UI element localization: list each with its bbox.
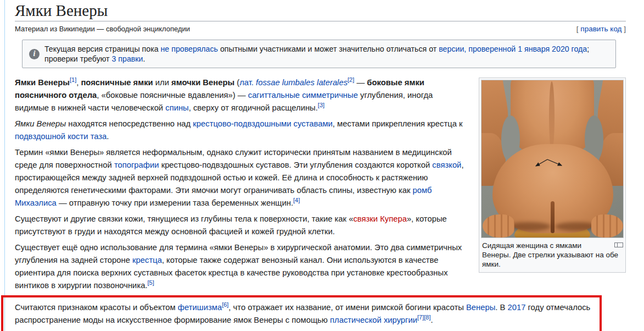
wiki-link[interactable]: [5] bbox=[148, 279, 154, 286]
magnify-icon[interactable] bbox=[614, 242, 623, 249]
unreviewed-version-banner: i Текущая версия страницы пока не провер… bbox=[22, 40, 616, 68]
footnote-ref[interactable]: [7] bbox=[417, 314, 424, 321]
bracket-text: ] bbox=[621, 25, 626, 33]
text-segment: Ямки Венеры bbox=[15, 119, 66, 128]
text-segment: , «боковые поясничные вдавления») — bbox=[97, 91, 248, 100]
content-left-border bbox=[4, 0, 5, 331]
caption-text: Сидящая женщина с ямками Венеры. Две стр… bbox=[482, 241, 618, 268]
wiki-link[interactable]: 2017 bbox=[507, 303, 525, 312]
text-segment: поясничные ямки bbox=[81, 78, 153, 87]
wiki-link[interactable]: [2] bbox=[348, 76, 354, 83]
wiki-link[interactable]: топографии bbox=[114, 161, 159, 169]
wiki-link[interactable]: подвздошной кости таза bbox=[15, 132, 107, 141]
footnote-ref[interactable]: [5] bbox=[148, 279, 154, 286]
image-caption: Сидящая женщина с ямками Венеры. Две стр… bbox=[481, 238, 624, 271]
wiki-link[interactable]: не проверялась bbox=[161, 45, 218, 53]
wiki-link[interactable]: связкой bbox=[432, 161, 461, 169]
text-segment: Ямки Венеры bbox=[15, 78, 70, 87]
wiki-link[interactable]: [4] bbox=[293, 197, 300, 203]
content-area: Ямки Венеры Материал из Википедии — своб… bbox=[15, 0, 626, 331]
thumbnail-box: Сидящая женщина с ямками Венеры. Две стр… bbox=[479, 78, 626, 273]
subtitle-row: Материал из Википедии — свободной энцикл… bbox=[15, 25, 626, 34]
footnote-ref[interactable]: [1] bbox=[70, 76, 76, 83]
text-segment: Считаются признаком красоты и объектом bbox=[15, 303, 178, 312]
text-segment: или bbox=[153, 78, 171, 87]
wiki-link[interactable]: спины bbox=[165, 103, 188, 112]
info-circle-icon: i bbox=[29, 49, 40, 59]
text-segment: крестцово-подвздошных суставов. Эти углу… bbox=[159, 161, 433, 169]
site-subtitle: Материал из Википедии — свободной энцикл… bbox=[15, 25, 190, 34]
footnote-ref[interactable]: [4] bbox=[293, 197, 300, 203]
wiki-link[interactable]: версии, проверенной 1 января 2020 года bbox=[439, 45, 587, 53]
wiki-link[interactable]: править код bbox=[580, 25, 621, 33]
dimple-arrows-annotation bbox=[481, 80, 623, 238]
article-body: Сидящая женщина с ямками Венеры. Две стр… bbox=[15, 76, 626, 331]
text-segment: . В bbox=[495, 303, 507, 312]
text-segment: . bbox=[107, 132, 109, 141]
footnote-ref[interactable]: [8] bbox=[424, 314, 430, 321]
text-segment: , что отражает их название, от имени рим… bbox=[228, 303, 466, 312]
wiki-link[interactable]: пластической хирургии bbox=[330, 316, 417, 324]
wiki-link[interactable]: крестца bbox=[132, 256, 162, 264]
text-segment: ямочки Венеры bbox=[171, 78, 234, 87]
wiki-link[interactable]: fossae lumbales laterales bbox=[256, 78, 348, 87]
text-segment: . bbox=[431, 316, 433, 324]
wiki-link[interactable]: Венеры bbox=[466, 303, 495, 312]
wiki-link[interactable]: [3] bbox=[318, 102, 324, 108]
text-segment: Существуют и другие связки кожи, тянущие… bbox=[15, 214, 353, 223]
banner-text: Текущая версия страницы пока не проверял… bbox=[44, 44, 609, 64]
wiki-link[interactable]: [1] bbox=[70, 76, 76, 83]
wiki-link[interactable]: фетишизма bbox=[178, 303, 222, 312]
text-segment: ( bbox=[234, 78, 239, 87]
text-segment: опытными участниками и может значительно… bbox=[218, 45, 439, 53]
footnote-ref[interactable]: [3] bbox=[318, 102, 324, 108]
footnote-ref[interactable]: [6] bbox=[222, 301, 228, 308]
text-segment: . bbox=[143, 54, 145, 63]
text-segment: находятся непосредственно над bbox=[66, 119, 193, 128]
footnote-ref[interactable]: [2] bbox=[348, 76, 354, 83]
wikipedia-article-page: Ямки Венеры Материал из Википедии — своб… bbox=[0, 0, 644, 331]
wiki-link[interactable]: 3 правки bbox=[112, 54, 143, 63]
wiki-link[interactable]: лат. bbox=[239, 78, 254, 87]
page-title: Ямки Венеры bbox=[15, 2, 626, 21]
text-segment: Текущая версия страницы пока bbox=[44, 45, 161, 53]
wiki-link[interactable]: [7] bbox=[417, 314, 424, 321]
text-segment: , местами прикрепления крестца к bbox=[333, 119, 463, 128]
edit-code-link[interactable]: [ править код ] bbox=[576, 25, 626, 34]
text-segment: , сверху от ягодичной расщелины. bbox=[189, 103, 318, 112]
wiki-link[interactable]: сагиттальные симметричные bbox=[248, 91, 358, 100]
wiki-link[interactable]: [8] bbox=[424, 314, 430, 321]
red-annotation-box: Считаются признаком красоты и объектом ф… bbox=[1, 295, 602, 331]
text-segment: — bbox=[354, 78, 367, 87]
text-segment: — отправную точку при измерении таза бер… bbox=[57, 198, 293, 207]
dimples-of-venus-photo[interactable] bbox=[481, 80, 624, 238]
wiki-link[interactable]: [6] bbox=[222, 301, 228, 308]
wiki-link[interactable]: крестцово-подвздошными суставами bbox=[193, 119, 333, 128]
red-link[interactable]: связки Купера bbox=[353, 214, 406, 223]
paragraph: Считаются признаком красоты и объектом ф… bbox=[15, 301, 591, 327]
